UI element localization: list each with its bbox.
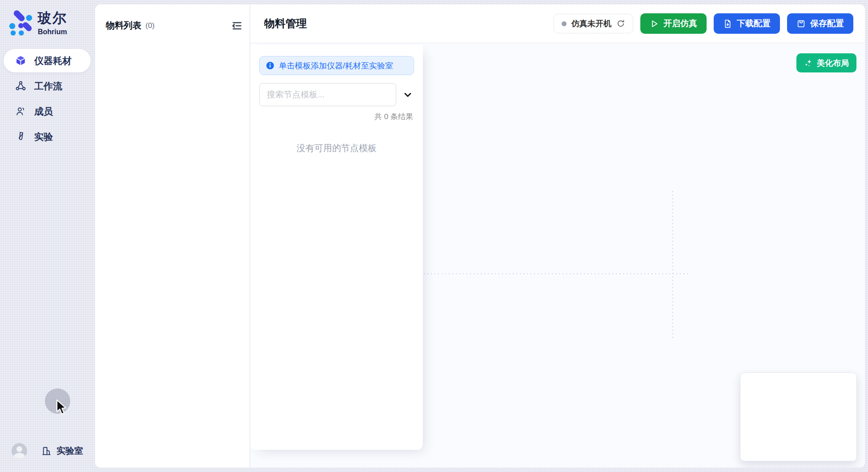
material-list-header: 物料列表 (0) xyxy=(95,4,249,32)
start-simulation-button[interactable]: 开启仿真 xyxy=(640,13,707,34)
bohrium-logo-icon xyxy=(7,8,34,36)
sidebar-item-label: 实验 xyxy=(34,131,53,143)
content-area: 物料列表 (0) 物料管理 仿真未开机 xyxy=(95,0,868,472)
sidebar-nav: 仪器耗材 工作流 成员 实验 xyxy=(0,49,95,148)
file-download-icon xyxy=(723,19,732,28)
material-list-title: 物料列表 xyxy=(106,20,141,32)
beautify-layout-label: 美化布局 xyxy=(817,58,849,68)
simulation-status-text: 仿真未开机 xyxy=(571,18,611,29)
info-icon xyxy=(266,61,274,70)
save-config-button[interactable]: 保存配置 xyxy=(787,13,853,34)
save-config-label: 保存配置 xyxy=(810,18,844,29)
mouse-cursor-icon xyxy=(55,399,68,418)
sidebar-item-workflow[interactable]: 工作流 xyxy=(4,74,91,98)
canvas-guide-vertical xyxy=(672,191,673,338)
collapse-panel-icon[interactable] xyxy=(231,20,243,32)
start-simulation-label: 开启仿真 xyxy=(663,18,697,29)
layout-canvas: 单击模板添加仪器/耗材至实验室 共 0 条结果 没有可用的节点模板 xyxy=(250,43,865,468)
canvas-guide-horizontal xyxy=(424,273,690,274)
laboratory-label: 实验室 xyxy=(56,445,83,457)
beautify-layout-button[interactable]: 美化布局 xyxy=(796,53,856,72)
search-results-count: 共 0 条结果 xyxy=(259,112,414,122)
refresh-icon[interactable] xyxy=(616,19,625,28)
material-list-count: (0) xyxy=(145,21,155,30)
download-config-button[interactable]: 下载配置 xyxy=(714,13,780,34)
save-icon xyxy=(796,19,806,28)
sidebar-item-experiment[interactable]: 实验 xyxy=(4,125,91,148)
template-hint-text: 单击模板添加仪器/耗材至实验室 xyxy=(279,60,393,71)
material-list-panel: 物料列表 (0) xyxy=(95,4,249,468)
template-search-input[interactable] xyxy=(259,83,396,106)
template-hint-banner: 单击模板添加仪器/耗材至实验室 xyxy=(259,56,414,75)
building-icon xyxy=(41,445,52,456)
sidebar: 玻尔 Bohrium 仪器耗材 工作流 xyxy=(0,0,95,472)
page-title: 物料管理 xyxy=(264,16,307,31)
workflow-icon xyxy=(15,80,26,92)
template-search-row xyxy=(259,83,414,106)
members-icon xyxy=(15,106,26,117)
cube-icon xyxy=(15,55,26,66)
sidebar-item-laboratory[interactable]: 实验室 xyxy=(41,445,83,457)
brand-name-en: Bohrium xyxy=(38,28,67,36)
sidebar-item-label: 工作流 xyxy=(34,80,62,92)
sidebar-item-label: 仪器耗材 xyxy=(34,55,72,67)
main-card: 物料管理 仿真未开机 开启仿真 xyxy=(250,4,865,468)
sparkles-icon xyxy=(804,59,813,68)
avatar[interactable] xyxy=(12,443,27,459)
page-header: 物料管理 仿真未开机 开启仿真 xyxy=(250,4,865,43)
sidebar-item-label: 成员 xyxy=(34,105,53,118)
sidebar-user-area: 实验室 xyxy=(12,443,83,459)
minimap-panel[interactable] xyxy=(740,372,857,461)
brand-logo: 玻尔 Bohrium xyxy=(0,0,95,36)
experiment-icon xyxy=(15,131,26,142)
sidebar-item-instruments[interactable]: 仪器耗材 xyxy=(4,49,91,72)
status-dot-icon xyxy=(562,21,567,26)
simulation-status-pill: 仿真未开机 xyxy=(554,14,633,33)
brand-name-zh: 玻尔 xyxy=(38,9,67,28)
sidebar-item-members[interactable]: 成员 xyxy=(4,100,91,123)
play-icon xyxy=(650,19,659,28)
empty-templates-message: 没有可用的节点模板 xyxy=(259,142,414,154)
download-config-label: 下载配置 xyxy=(737,18,771,29)
node-template-palette: 单击模板添加仪器/耗材至实验室 共 0 条结果 没有可用的节点模板 xyxy=(250,45,423,450)
chevron-down-icon[interactable] xyxy=(402,89,413,100)
